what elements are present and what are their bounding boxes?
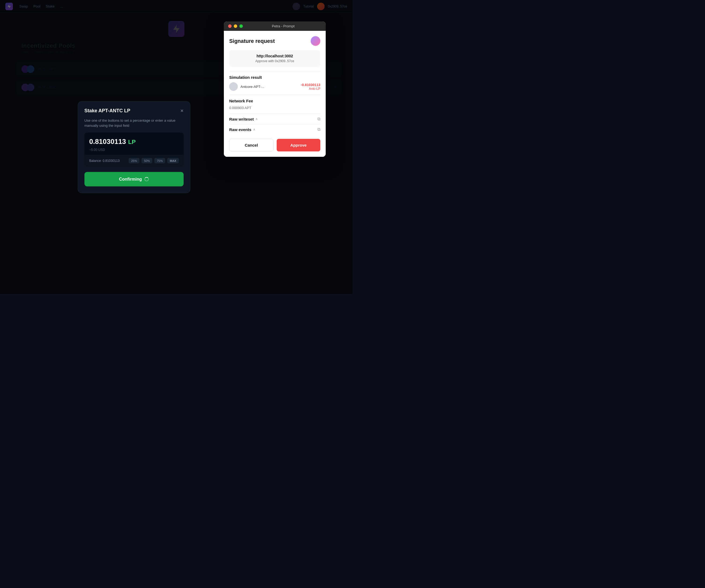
- stake-modal-header: Stake APT-ANTC LP ×: [85, 108, 184, 113]
- pct-75-button[interactable]: 75%: [154, 158, 165, 163]
- approve-button[interactable]: Approve: [277, 139, 320, 151]
- raw-writeset-chevron: ∧: [255, 117, 258, 121]
- confirm-button[interactable]: Confirming: [85, 172, 184, 186]
- cancel-button[interactable]: Cancel: [229, 139, 273, 151]
- network-fee-title: Network Fee: [229, 99, 320, 103]
- sim-amount-col: -0.81030113 Antc-LP: [301, 83, 320, 91]
- traffic-light-green[interactable]: [239, 24, 243, 28]
- stake-modal: Stake APT-ANTC LP × Use one of the butto…: [78, 101, 190, 193]
- raw-events-chevron: ∧: [253, 128, 255, 131]
- sim-avatar: [229, 82, 238, 91]
- balance-label: Balance: 0.81030113: [89, 159, 127, 162]
- raw-events-left: Raw events ∧: [229, 127, 255, 132]
- sim-account-name: Antcore-APT-...: [240, 85, 298, 89]
- amount-input-box: 0.81030113 LP ~5.00 USD Balance: 0.81030…: [85, 132, 184, 166]
- pct-25-button[interactable]: 25%: [129, 158, 139, 163]
- network-fee-value: 0.000903 APT: [229, 106, 320, 110]
- raw-events-row[interactable]: Raw events ∧ ⧉: [229, 124, 320, 135]
- raw-writeset-right: ⧉: [317, 116, 320, 121]
- raw-writeset-label: Raw writeset: [229, 117, 254, 121]
- raw-events-label: Raw events: [229, 127, 251, 132]
- petra-body: Signature request http://localhost:3002 …: [224, 31, 326, 135]
- network-fee-section: Network Fee 0.000903 APT: [229, 95, 320, 114]
- traffic-light-yellow[interactable]: [234, 24, 237, 28]
- amount-usd: ~5.00 USD: [85, 148, 184, 155]
- amount-token-label: LP: [128, 138, 136, 145]
- traffic-light-red[interactable]: [228, 24, 232, 28]
- sim-row: Antcore-APT-... -0.81030113 Antc-LP: [229, 82, 320, 91]
- stake-modal-title: Stake APT-ANTC LP: [85, 108, 130, 113]
- petra-actions: Cancel Approve: [224, 135, 326, 157]
- petra-titlebar: Petra - Prompt: [224, 21, 326, 31]
- raw-writeset-row[interactable]: Raw writeset ∧ ⧉: [229, 114, 320, 124]
- site-sub: Approve with 0x2909..57ce: [233, 59, 316, 63]
- sim-token: Antc-LP: [301, 87, 320, 91]
- confirm-label: Confirming: [119, 177, 142, 182]
- copy-writeset-icon[interactable]: ⧉: [317, 116, 320, 121]
- simulation-section: Simulation result Antcore-APT-... -0.810…: [229, 71, 320, 95]
- site-info-box: http://localhost:3002 Approve with 0x290…: [229, 50, 320, 67]
- pct-max-button[interactable]: MAX: [167, 158, 179, 163]
- petra-panel: Petra - Prompt Signature request http://…: [224, 21, 326, 157]
- spinner-icon: [144, 177, 149, 181]
- raw-writeset-left: Raw writeset ∧: [229, 117, 258, 121]
- sim-amount: -0.81030113: [301, 83, 320, 87]
- petra-window-title: Petra - Prompt: [245, 24, 321, 28]
- raw-events-right: ⧉: [317, 127, 320, 132]
- pct-50-button[interactable]: 50%: [142, 158, 152, 163]
- site-url: http://localhost:3002: [233, 54, 316, 58]
- amount-value: 0.81030113: [89, 137, 126, 146]
- amount-bottom: Balance: 0.81030113 25% 50% 75% MAX: [85, 155, 184, 166]
- sig-header: Signature request: [229, 36, 320, 46]
- copy-events-icon[interactable]: ⧉: [317, 127, 320, 132]
- petra-logo-badge: [311, 36, 320, 46]
- stake-modal-description: Use one of the buttons to set a percenta…: [85, 118, 184, 128]
- stake-modal-close-button[interactable]: ×: [180, 108, 184, 113]
- simulation-title: Simulation result: [229, 75, 320, 80]
- sig-title: Signature request: [229, 38, 275, 44]
- amount-top: 0.81030113 LP: [85, 132, 184, 148]
